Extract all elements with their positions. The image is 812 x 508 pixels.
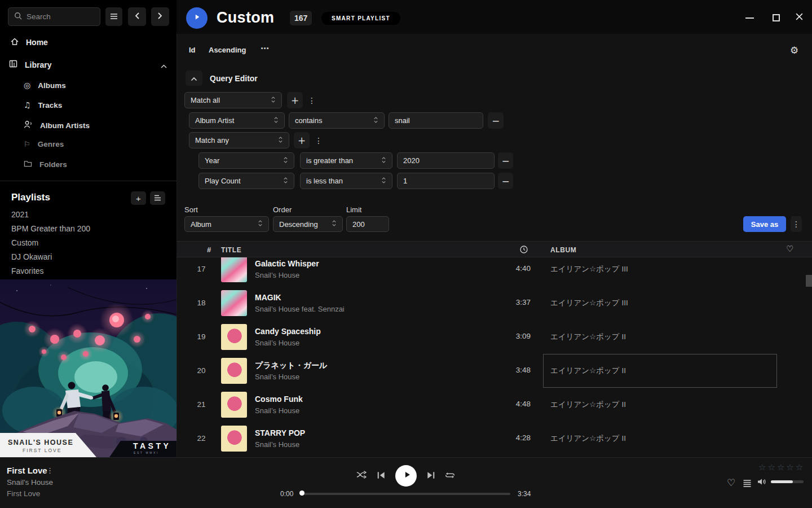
rule-value-input[interactable] (403, 156, 488, 165)
rule-group-menu-button[interactable]: ⋮ (307, 92, 316, 108)
window-close-button[interactable] (792, 11, 806, 24)
star-icon[interactable]: ☆ (767, 462, 775, 472)
remove-rule-button[interactable]: − (498, 173, 513, 189)
star-icon[interactable]: ☆ (758, 462, 766, 472)
library-collapse-chevron-icon[interactable] (160, 61, 167, 71)
duration-clock-icon[interactable] (519, 245, 528, 256)
select-value: contains (295, 116, 322, 125)
nav-forward-button[interactable] (151, 7, 169, 26)
track-thumbnail (221, 324, 247, 350)
playlist-item[interactable]: DJ Okawari (11, 252, 52, 261)
add-playlist-button[interactable]: + (131, 191, 146, 205)
row-index: 17 (192, 257, 211, 286)
queue-button[interactable] (743, 479, 752, 489)
order-label: Order (273, 205, 292, 214)
track-artist: Snail’s House (255, 271, 299, 279)
remove-rule-button[interactable]: − (498, 152, 513, 169)
rule-field-select[interactable]: Play Count (198, 173, 294, 189)
sidebar-item-albums[interactable]: ◎ Albums (24, 81, 66, 90)
order-select[interactable]: Descending (273, 216, 343, 232)
table-row[interactable]: 18 MAGIK Snail’s House feat. Sennzai 3:3… (176, 286, 805, 320)
remove-rule-button[interactable]: − (488, 112, 504, 129)
rule-operator-select[interactable]: is greater than (300, 152, 392, 169)
album-artists-icon (24, 120, 33, 130)
table-header: # TITLE ALBUM ♡ (176, 241, 812, 257)
elapsed-time: 0:00 (280, 490, 293, 498)
limit-input-wrap (346, 216, 389, 232)
match-any-select[interactable]: Match any (189, 132, 289, 148)
now-playing-menu-button[interactable]: ⋮ (46, 466, 54, 475)
rule-value-input[interactable] (403, 177, 488, 185)
sidebar-item-library[interactable]: Library (8, 59, 51, 70)
play-pause-button[interactable] (395, 465, 417, 487)
playlist-item[interactable]: BPM Greater than 200 (11, 224, 90, 233)
plus-icon: + (136, 194, 141, 203)
sidebar-item-folders[interactable]: Folders (24, 160, 67, 169)
maximize-icon (773, 14, 780, 21)
group-menu-button[interactable]: ⋮ (314, 132, 323, 148)
rule-operator-select[interactable]: is less than (300, 173, 392, 189)
next-track-button[interactable] (426, 471, 435, 482)
sidebar-item-album-artists[interactable]: Album Artists (24, 120, 90, 130)
column-header-index[interactable]: # (200, 246, 219, 254)
sidebar-item-tracks[interactable]: ♫ Tracks (24, 100, 62, 110)
nav-back-button[interactable] (128, 7, 146, 26)
search-field[interactable] (27, 12, 94, 21)
limit-input[interactable] (352, 220, 383, 229)
table-row[interactable]: 17 Galactic Whisper Snail’s House 4:40 エ… (176, 257, 805, 286)
save-menu-button[interactable]: ⋮ (791, 216, 802, 232)
star-icon[interactable]: ☆ (796, 462, 803, 472)
volume-button[interactable] (757, 478, 767, 488)
match-all-select[interactable]: Match all (184, 92, 282, 108)
table-row[interactable]: 20 プラネット・ガール Snail’s House 3:48 エイリアン☆ポッ… (176, 354, 805, 388)
star-icon[interactable]: ☆ (786, 462, 793, 472)
table-row[interactable]: 22 STARRY POP Snail’s House 4:28 エイリアン☆ポ… (176, 422, 805, 456)
window-minimize-button[interactable] (742, 12, 757, 24)
add-group-rule-button[interactable]: + (294, 132, 310, 148)
genres-flag-icon: ⚐ (24, 140, 30, 148)
repeat-button[interactable] (444, 471, 456, 482)
column-header-album[interactable]: ALBUM (550, 246, 576, 254)
table-row[interactable]: 21 Cosmo Funk Snail’s House 4:48 エイリアン☆ポ… (176, 388, 805, 422)
hamburger-icon (110, 12, 118, 22)
sort-select[interactable]: Album (184, 216, 269, 232)
favorite-heart-button[interactable]: ♡ (727, 477, 735, 488)
rule-value-input[interactable] (395, 116, 477, 125)
playlist-item[interactable]: Custom (11, 238, 38, 247)
playlist-play-button[interactable] (186, 7, 208, 29)
save-as-button[interactable]: Save as (743, 216, 786, 232)
rule-operator-select[interactable]: contains (289, 112, 385, 129)
previous-track-button[interactable] (377, 471, 386, 482)
scrollbar-thumb[interactable] (806, 275, 812, 287)
add-rule-button[interactable]: + (287, 92, 303, 108)
rule-field-select[interactable]: Album Artist (189, 112, 285, 129)
rating-stars[interactable]: ☆ ☆ ☆ ☆ ☆ (758, 462, 803, 472)
playlist-item[interactable]: Favorites (11, 266, 44, 275)
tracks-icon: ♫ (24, 100, 31, 110)
menu-button[interactable] (105, 7, 122, 26)
track-title: STARRY POP (255, 428, 305, 437)
shuffle-button[interactable] (356, 470, 368, 481)
sidebar-item-genres[interactable]: ⚐ Genres (24, 140, 64, 148)
progress-slider[interactable] (302, 493, 510, 495)
track-duration: 4:40 (485, 264, 531, 273)
volume-slider[interactable] (771, 480, 804, 483)
rule-field-select[interactable]: Year (198, 152, 294, 169)
sidebar-item-home[interactable]: Home (10, 37, 48, 47)
sidebar-item-label: Library (25, 60, 51, 69)
column-header-title[interactable]: TITLE (221, 246, 241, 254)
updown-chevron-icon (278, 135, 283, 146)
playlist-list-button[interactable] (150, 191, 165, 205)
window-maximize-button[interactable] (769, 11, 783, 24)
table-row[interactable]: 19 Candy Spaceship Snail’s House 3:09 エイ… (176, 320, 805, 354)
settings-gear-icon[interactable]: ⚙ (790, 45, 798, 56)
more-options-button[interactable]: ⋯ (261, 43, 269, 54)
sort-direction-button[interactable]: Ascending (209, 46, 246, 54)
star-icon[interactable]: ☆ (777, 462, 784, 472)
sort-field-button[interactable]: Id (189, 46, 196, 54)
track-artist: Snail’s House (255, 406, 299, 415)
query-editor-collapse-button[interactable] (186, 71, 202, 86)
search-input[interactable] (8, 7, 100, 26)
playlist-item[interactable]: 2021 (11, 210, 29, 219)
favorite-heart-column-icon[interactable]: ♡ (786, 244, 794, 254)
